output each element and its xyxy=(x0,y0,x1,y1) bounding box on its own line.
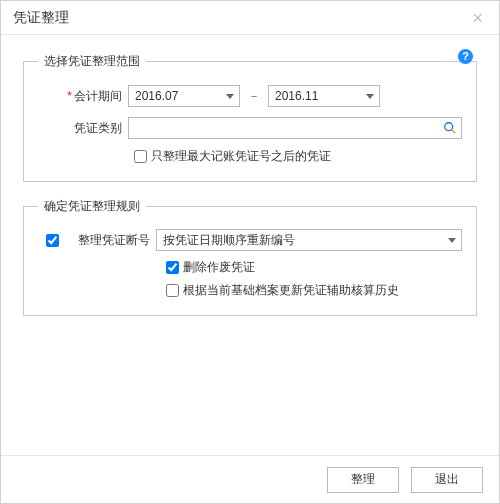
row-only-after-max: 只整理最大记账凭证号之后的凭证 xyxy=(134,148,462,165)
row-refresh-aux: 根据当前基础档案更新凭证辅助核算历史 xyxy=(166,282,462,299)
titlebar: 凭证整理 × xyxy=(1,1,499,35)
voucher-type-input[interactable] xyxy=(129,118,439,138)
close-icon[interactable]: × xyxy=(468,9,487,27)
type-label: 凭证类别 xyxy=(38,120,128,137)
period-from-combo[interactable]: 2016.07 xyxy=(128,85,240,107)
reseq-mode-combo[interactable]: 按凭证日期顺序重新编号 xyxy=(156,229,462,251)
svg-line-1 xyxy=(452,130,456,134)
group-scope-legend: 选择凭证整理范围 xyxy=(38,53,146,70)
chevron-down-icon xyxy=(226,94,234,99)
ok-button[interactable]: 整理 xyxy=(327,467,399,493)
row-type: 凭证类别 xyxy=(38,116,462,140)
svg-point-0 xyxy=(445,123,453,131)
del-void-label: 删除作废凭证 xyxy=(183,259,255,276)
dialog-title: 凭证整理 xyxy=(13,9,69,27)
group-scope: 选择凭证整理范围 *会计期间 2016.07 － 2016.11 凭证类别 xyxy=(23,53,477,182)
dialog-content: ? 选择凭证整理范围 *会计期间 2016.07 － 2016.11 凭证类别 xyxy=(1,35,499,455)
search-icon[interactable] xyxy=(439,121,461,135)
rule-sub-options: 删除作废凭证 根据当前基础档案更新凭证辅助核算历史 xyxy=(166,259,462,299)
only-after-max-checkbox[interactable] xyxy=(134,150,147,163)
reseq-enable-checkbox[interactable] xyxy=(46,234,59,247)
required-mark: * xyxy=(67,89,72,103)
chevron-down-icon xyxy=(366,94,374,99)
voucher-type-lookup[interactable] xyxy=(128,117,462,139)
chevron-down-icon xyxy=(448,238,456,243)
dialog-footer: 整理 退出 xyxy=(1,455,499,503)
row-reseq: 整理凭证断号 按凭证日期顺序重新编号 xyxy=(38,229,462,251)
row-period: *会计期间 2016.07 － 2016.11 xyxy=(38,84,462,108)
period-to-value: 2016.11 xyxy=(275,89,318,103)
help-icon[interactable]: ? xyxy=(458,49,473,64)
refresh-aux-label: 根据当前基础档案更新凭证辅助核算历史 xyxy=(183,282,399,299)
refresh-aux-checkbox[interactable] xyxy=(166,284,179,297)
only-after-max-label: 只整理最大记账凭证号之后的凭证 xyxy=(151,148,331,165)
period-label: *会计期间 xyxy=(38,88,128,105)
period-from-value: 2016.07 xyxy=(135,89,178,103)
group-rule: 确定凭证整理规则 整理凭证断号 按凭证日期顺序重新编号 删除作废凭证 根据当前基… xyxy=(23,198,477,316)
period-to-combo[interactable]: 2016.11 xyxy=(268,85,380,107)
reseq-mode-value: 按凭证日期顺序重新编号 xyxy=(163,232,295,249)
period-separator: － xyxy=(248,88,260,105)
del-void-checkbox[interactable] xyxy=(166,261,179,274)
reseq-label: 整理凭证断号 xyxy=(66,232,156,249)
cancel-button[interactable]: 退出 xyxy=(411,467,483,493)
group-rule-legend: 确定凭证整理规则 xyxy=(38,198,146,215)
row-del-void: 删除作废凭证 xyxy=(166,259,462,276)
